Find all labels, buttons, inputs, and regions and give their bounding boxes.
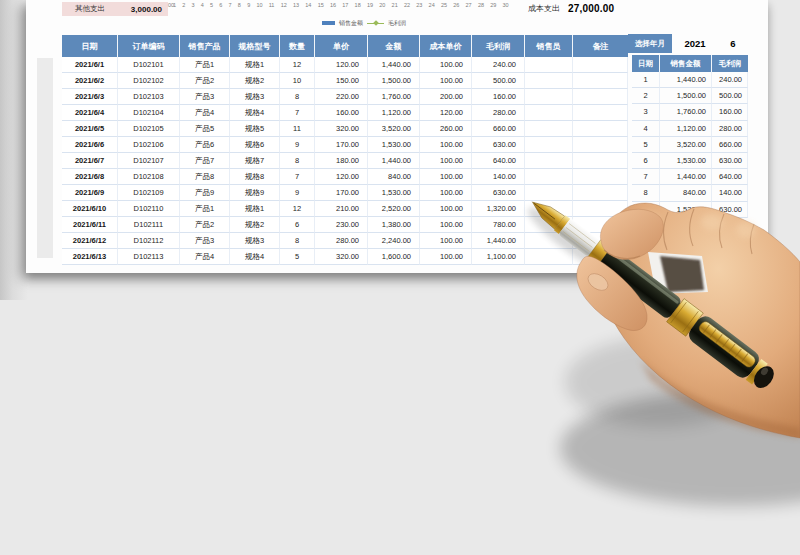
- table-cell[interactable]: 100.00: [420, 153, 472, 169]
- table-cell[interactable]: 100.00: [420, 201, 472, 217]
- table-cell[interactable]: 120.00: [420, 105, 472, 121]
- table-cell[interactable]: [573, 185, 628, 201]
- panel-table-cell[interactable]: 500.00: [712, 88, 748, 104]
- table-cell[interactable]: 2021/6/5: [62, 121, 118, 137]
- table-cell[interactable]: [573, 57, 628, 73]
- table-cell[interactable]: [525, 105, 573, 121]
- table-cell[interactable]: 3,520.00: [368, 121, 420, 137]
- table-cell[interactable]: 5: [280, 249, 315, 265]
- table-cell[interactable]: [573, 169, 628, 185]
- panel-table-cell[interactable]: 9: [632, 202, 660, 218]
- table-cell[interactable]: 120.00: [315, 169, 368, 185]
- table-cell[interactable]: 320.00: [315, 249, 368, 265]
- panel-table-cell[interactable]: 1,440.00: [660, 72, 712, 88]
- table-cell[interactable]: 500.00: [472, 73, 525, 89]
- panel-table-cell[interactable]: 640.00: [712, 169, 748, 185]
- table-cell[interactable]: [573, 105, 628, 121]
- table-cell[interactable]: D102104: [118, 105, 180, 121]
- panel-table-cell[interactable]: 1,760.00: [660, 104, 712, 120]
- table-cell[interactable]: 12: [280, 57, 315, 73]
- table-cell[interactable]: 规格4: [230, 105, 280, 121]
- table-cell[interactable]: 12: [280, 201, 315, 217]
- table-cell[interactable]: 产品7: [180, 153, 230, 169]
- table-cell[interactable]: [525, 201, 573, 217]
- table-cell[interactable]: [525, 137, 573, 153]
- table-cell[interactable]: 规格1: [230, 201, 280, 217]
- table-cell[interactable]: 产品3: [180, 233, 230, 249]
- table-cell[interactable]: [525, 57, 573, 73]
- table-cell[interactable]: 230.00: [315, 217, 368, 233]
- table-cell[interactable]: 320.00: [315, 121, 368, 137]
- table-cell[interactable]: D102101: [118, 57, 180, 73]
- table-cell[interactable]: [573, 89, 628, 105]
- table-cell[interactable]: 规格3: [230, 89, 280, 105]
- table-cell[interactable]: 规格6: [230, 137, 280, 153]
- table-cell[interactable]: [525, 233, 573, 249]
- panel-table-cell[interactable]: 280.00: [712, 121, 748, 137]
- table-cell[interactable]: D102108: [118, 169, 180, 185]
- table-cell[interactable]: 1,530.00: [368, 185, 420, 201]
- table-cell[interactable]: 2021/6/7: [62, 153, 118, 169]
- panel-table-cell[interactable]: 8: [632, 185, 660, 201]
- table-cell[interactable]: 规格4: [230, 249, 280, 265]
- table-cell[interactable]: [573, 73, 628, 89]
- table-cell[interactable]: 产品5: [180, 121, 230, 137]
- table-cell[interactable]: [525, 73, 573, 89]
- table-cell[interactable]: 780.00: [472, 217, 525, 233]
- table-cell[interactable]: 规格7: [230, 153, 280, 169]
- panel-table-cell[interactable]: 160.00: [712, 104, 748, 120]
- table-cell[interactable]: 100.00: [420, 73, 472, 89]
- panel-table-cell[interactable]: 4: [632, 121, 660, 137]
- table-cell[interactable]: 1,440.00: [472, 233, 525, 249]
- table-cell[interactable]: 9: [280, 137, 315, 153]
- table-cell[interactable]: 100.00: [420, 217, 472, 233]
- table-cell[interactable]: [573, 233, 628, 249]
- panel-table-cell[interactable]: 1: [632, 72, 660, 88]
- panel-table-cell[interactable]: 660.00: [712, 137, 748, 153]
- table-cell[interactable]: 规格3: [230, 233, 280, 249]
- table-cell[interactable]: 120.00: [315, 57, 368, 73]
- table-cell[interactable]: 1,320.00: [472, 201, 525, 217]
- panel-table-cell[interactable]: 240.00: [712, 72, 748, 88]
- table-cell[interactable]: 产品4: [180, 105, 230, 121]
- table-cell[interactable]: [525, 153, 573, 169]
- table-cell[interactable]: 产品4: [180, 249, 230, 265]
- table-cell[interactable]: [573, 249, 628, 265]
- panel-table-cell[interactable]: 630.00: [712, 153, 748, 169]
- month-value[interactable]: 6: [718, 34, 748, 53]
- table-cell[interactable]: 1,760.00: [368, 89, 420, 105]
- table-cell[interactable]: 2021/6/13: [62, 249, 118, 265]
- table-cell[interactable]: 2,520.00: [368, 201, 420, 217]
- table-cell[interactable]: 规格2: [230, 217, 280, 233]
- table-cell[interactable]: 规格2: [230, 73, 280, 89]
- table-cell[interactable]: D102102: [118, 73, 180, 89]
- table-cell[interactable]: 260.00: [420, 121, 472, 137]
- table-cell[interactable]: 280.00: [472, 105, 525, 121]
- table-cell[interactable]: [573, 217, 628, 233]
- table-cell[interactable]: 240.00: [472, 57, 525, 73]
- table-cell[interactable]: [525, 217, 573, 233]
- panel-table-cell[interactable]: 1,120.00: [660, 121, 712, 137]
- panel-table-cell[interactable]: 1,530.00: [660, 153, 712, 169]
- table-cell[interactable]: 11: [280, 121, 315, 137]
- table-cell[interactable]: 2021/6/3: [62, 89, 118, 105]
- table-cell[interactable]: 280.00: [315, 233, 368, 249]
- table-cell[interactable]: 660.00: [472, 121, 525, 137]
- table-cell[interactable]: 200.00: [420, 89, 472, 105]
- panel-table-cell[interactable]: 140.00: [712, 185, 748, 201]
- table-cell[interactable]: [525, 185, 573, 201]
- table-cell[interactable]: [525, 121, 573, 137]
- table-cell[interactable]: 170.00: [315, 137, 368, 153]
- table-cell[interactable]: 100.00: [420, 57, 472, 73]
- table-cell[interactable]: 100.00: [420, 185, 472, 201]
- table-cell[interactable]: 规格5: [230, 121, 280, 137]
- table-cell[interactable]: 1,440.00: [368, 57, 420, 73]
- table-cell[interactable]: 630.00: [472, 137, 525, 153]
- panel-table-cell[interactable]: 3,520.00: [660, 137, 712, 153]
- panel-table-cell[interactable]: 6: [632, 153, 660, 169]
- table-cell[interactable]: 产品3: [180, 89, 230, 105]
- table-cell[interactable]: 180.00: [315, 153, 368, 169]
- table-cell[interactable]: [525, 249, 573, 265]
- table-cell[interactable]: 9: [280, 185, 315, 201]
- table-cell[interactable]: D102111: [118, 217, 180, 233]
